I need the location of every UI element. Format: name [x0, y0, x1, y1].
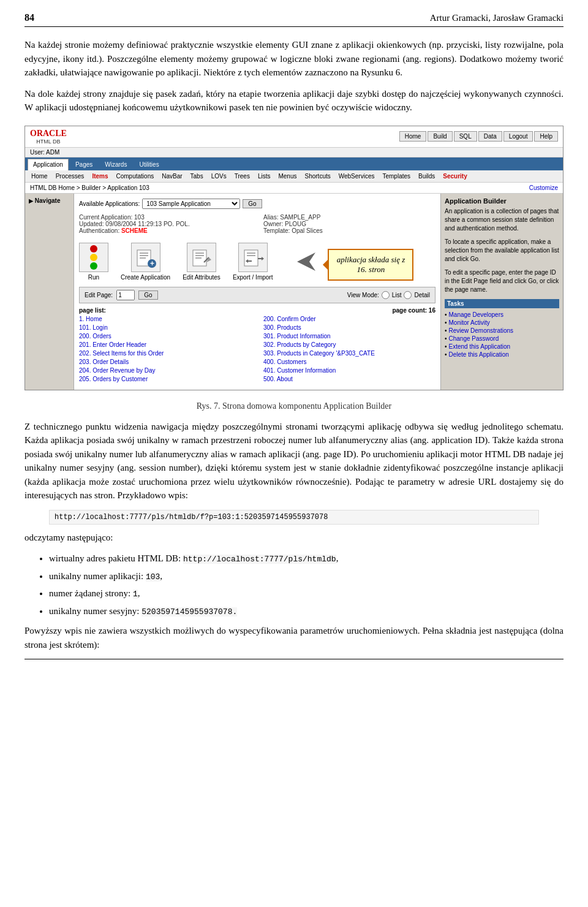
- top-nav-sql[interactable]: SQL: [454, 131, 477, 142]
- edit-page-go-button[interactable]: Go: [138, 290, 157, 300]
- page-item[interactable]: 201. Enter Order Header: [79, 341, 251, 349]
- task-change-password[interactable]: Change Password: [445, 335, 559, 343]
- view-mode-label: View Mode:: [347, 292, 379, 298]
- task-manage-developers[interactable]: Manage Developers: [445, 311, 559, 319]
- list-item-label: unikalny numer sesyjny:: [49, 606, 141, 616]
- list-item: wirtualny adres pakietu HTML DB: http://…: [49, 552, 564, 566]
- list-item-code: 5203597145955937078.: [141, 607, 237, 617]
- tab-utilities[interactable]: Utilities: [134, 159, 164, 170]
- page-item[interactable]: 1. Home: [79, 315, 251, 323]
- svg-text:+: +: [150, 259, 154, 268]
- page-item[interactable]: 303. Products in Category '&P303_CATE: [263, 349, 435, 357]
- page-item[interactable]: 202. Select Items for this Order: [79, 349, 251, 357]
- callout-text: aplikacja składa się z 16. stron: [337, 255, 405, 274]
- customize-link[interactable]: Customize: [529, 184, 558, 191]
- svg-rect-13: [247, 252, 255, 254]
- app-selector-dropdown[interactable]: 103 Sample Application: [142, 199, 240, 209]
- main-content: ▶ Navigate Available Applications: 103 S…: [25, 194, 563, 390]
- page-item[interactable]: 300. Products: [263, 324, 435, 332]
- center-content: Available Applications: 103 Sample Appli…: [74, 194, 440, 390]
- nav-lists[interactable]: Lists: [254, 172, 274, 181]
- svg-rect-1: [140, 252, 148, 254]
- page-item[interactable]: 205. Orders by Customer: [79, 375, 251, 383]
- page-list-header: page list: page count: 16: [79, 307, 435, 314]
- page-item[interactable]: 500. About: [263, 375, 435, 383]
- create-app-icon-item: + Create Application: [121, 243, 170, 281]
- page-item[interactable]: 302. Products by Category: [263, 341, 435, 349]
- page-item[interactable]: 401. Customer Information: [263, 366, 435, 374]
- nav-menus[interactable]: Menus: [274, 172, 300, 181]
- nav-shortcuts[interactable]: Shortcuts: [301, 172, 334, 181]
- alias-label: Alias: SAMPLE_APP: [263, 214, 435, 221]
- detail-label: Detail: [414, 292, 430, 298]
- svg-rect-12: [244, 250, 258, 266]
- page-item[interactable]: 203. Order Details: [79, 358, 251, 366]
- run-label[interactable]: Run: [88, 274, 99, 281]
- run-icon-item: Run: [79, 243, 108, 281]
- page-item[interactable]: 204. Order Revenue by Day: [79, 366, 251, 374]
- updated-label: Updated: 09/08/2004 11:29:13 PO. POL.: [79, 221, 251, 227]
- edit-attr-icon[interactable]: [187, 243, 216, 272]
- view-list-radio[interactable]: [382, 291, 390, 299]
- nav-templates[interactable]: Templates: [379, 172, 414, 181]
- nav-panel: ▶ Navigate: [25, 194, 74, 390]
- page-item[interactable]: 301. Product Information: [263, 332, 435, 340]
- edit-attr-icon-item: Edit Attributes: [183, 243, 221, 281]
- nav-items[interactable]: Items: [88, 172, 111, 181]
- export-icon[interactable]: [238, 243, 268, 272]
- run-icon[interactable]: [79, 243, 108, 272]
- breadcrumb: HTML DB Home > Builder > Application 103: [30, 184, 149, 191]
- tab-application[interactable]: Application: [28, 159, 69, 170]
- task-monitor-activity[interactable]: Monitor Activity: [445, 319, 559, 327]
- edit-page-input[interactable]: [116, 290, 135, 300]
- list-item-label: numer żądanej strony:: [49, 588, 133, 598]
- nav-lovs[interactable]: LOVs: [208, 172, 230, 181]
- task-extend-app[interactable]: Extend this Application: [445, 343, 559, 351]
- create-app-label[interactable]: Create Application: [121, 274, 170, 281]
- top-nav-home[interactable]: Home: [399, 131, 427, 142]
- export-label[interactable]: Export / Import: [233, 274, 273, 281]
- top-nav-build[interactable]: Build: [428, 131, 452, 142]
- nav-home[interactable]: Home: [28, 172, 51, 181]
- view-mode: View Mode: List Detail: [347, 291, 430, 299]
- create-app-icon[interactable]: +: [131, 243, 160, 272]
- task-review-demos[interactable]: Review Demonstrations: [445, 327, 559, 335]
- page-item[interactable]: 200. Confirm Order: [263, 315, 435, 323]
- svg-rect-3: [140, 257, 146, 259]
- tab-wizards[interactable]: Wizards: [99, 159, 132, 170]
- nav-processes[interactable]: Processes: [52, 172, 88, 181]
- nav-security[interactable]: Security: [439, 172, 470, 181]
- page-list-grid: 1. Home 200. Confirm Order 101. Login 30…: [79, 315, 435, 383]
- auth-label: Authentication: SCHEME: [79, 227, 251, 234]
- edit-attr-label[interactable]: Edit Attributes: [183, 274, 221, 281]
- page-item[interactable]: 200. Orders: [79, 332, 251, 340]
- page-count-label: page count: 16: [392, 307, 435, 314]
- app-go-button[interactable]: Go: [243, 199, 262, 208]
- tl-green: [90, 262, 97, 270]
- auth-scheme: SCHEME: [121, 227, 148, 234]
- page-item[interactable]: 101. Login: [79, 324, 251, 332]
- view-detail-radio[interactable]: [404, 291, 412, 299]
- paragraph-1: Na każdej stronie możemy definiować prak…: [24, 38, 564, 80]
- svg-rect-7: [195, 252, 204, 254]
- nav-navbar[interactable]: NavBar: [158, 172, 186, 181]
- nav-builds[interactable]: Builds: [415, 172, 439, 181]
- traffic-light: [90, 245, 97, 270]
- tl-yellow: [90, 254, 97, 261]
- task-delete-app[interactable]: Delete this Application: [445, 351, 559, 359]
- list-label: List: [392, 292, 402, 298]
- top-nav-logout[interactable]: Logout: [503, 131, 533, 142]
- screenshot: ORACLE HTML DB Home Build SQL Data Logou…: [24, 126, 564, 390]
- edit-attr-svg: [190, 246, 213, 268]
- svg-marker-16: [262, 257, 264, 260]
- paragraph-3: Z technicznego punktu widzenia nawigacja…: [24, 420, 564, 503]
- page-item[interactable]: 400. Customers: [263, 358, 435, 366]
- top-nav-data[interactable]: Data: [478, 131, 502, 142]
- nav-trees[interactable]: Trees: [231, 172, 254, 181]
- nav-webservices[interactable]: WebServices: [335, 172, 379, 181]
- nav-computations[interactable]: Computations: [113, 172, 158, 181]
- nav-tabs[interactable]: Tabs: [187, 172, 207, 181]
- top-nav-help[interactable]: Help: [534, 131, 558, 142]
- tab-pages[interactable]: Pages: [70, 159, 98, 170]
- right-panel-text2: To locate a specific application, make a…: [445, 238, 559, 264]
